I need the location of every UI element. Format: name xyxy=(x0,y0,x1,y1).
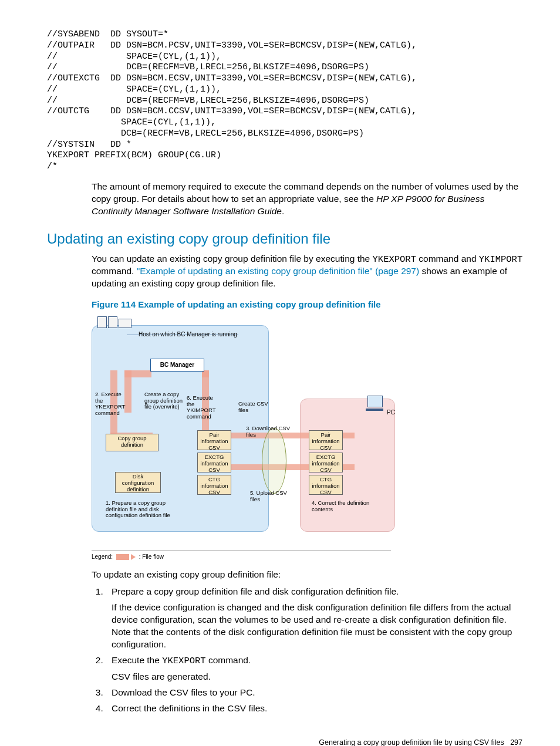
bc-manager-box: BC Manager xyxy=(150,359,204,372)
step-1: Prepare a copy group definition file and… xyxy=(106,586,525,651)
text: command. xyxy=(92,266,137,276)
text: command and xyxy=(416,254,479,264)
flow-arrow xyxy=(124,370,151,377)
step5-annotation: 5. Upload CSV files xyxy=(250,490,292,502)
figure-114: Host on which BC Manager is running BC M… xyxy=(92,316,525,560)
create-csv-annotation: Create CSV files xyxy=(238,401,271,413)
cmd-ykexport: YKEXPORT xyxy=(162,656,205,666)
step-detail: CSV files are generated. xyxy=(112,671,525,683)
pair-csv-pc-box: Pair information CSV xyxy=(309,430,343,450)
step-text: Download the CSV files to your PC. xyxy=(112,687,255,697)
step-3: Download the CSV files to your PC. xyxy=(106,687,525,699)
steps-list: Prepare a copy group definition file and… xyxy=(92,586,525,714)
step6-annotation: 6. Execute the YKIMPORT command xyxy=(187,395,222,420)
monitor-icon xyxy=(119,319,131,328)
intro-paragraph: You can update an existing copy group de… xyxy=(92,253,525,291)
create-def-annotation: Create a copy group definition file (ove… xyxy=(144,391,183,410)
page-footer: Generating a copy group definition file … xyxy=(47,738,525,746)
legend-swatch xyxy=(116,554,129,560)
cmd-ykimport: YKIMPORT xyxy=(479,254,522,265)
step-text: command. xyxy=(206,655,251,665)
cmd-ykexport: YKEXPORT xyxy=(373,254,416,265)
page-number: 297 xyxy=(510,738,522,746)
arrow-icon xyxy=(131,554,136,560)
legend: Legend: : File flow xyxy=(92,551,391,560)
diagram: Host on which BC Manager is running BC M… xyxy=(92,316,397,560)
pair-csv-host-box: Pair information CSV xyxy=(197,430,231,450)
step-2: Execute the YKEXPORT command. CSV files … xyxy=(106,654,525,683)
step-text: Correct the definitions in the CSV files… xyxy=(112,703,267,713)
pc-icon xyxy=(367,396,384,412)
exctg-csv-host-box: EXCTG information CSV xyxy=(197,453,231,472)
server-icon xyxy=(108,316,117,328)
step4-annotation: 4. Correct the definition contents xyxy=(312,500,376,512)
legend-text: : File flow xyxy=(139,553,164,560)
step-detail: If the device configuration is changed a… xyxy=(112,602,525,651)
footer-text: Generating a copy group definition file … xyxy=(319,738,504,746)
copy-group-def-box: Copy group definition xyxy=(106,434,158,451)
step-text: Prepare a copy group definition file and… xyxy=(112,586,399,596)
ctg-csv-pc-box: CTG information CSV xyxy=(309,475,343,495)
server-icon xyxy=(97,316,107,328)
text: . xyxy=(282,206,284,216)
legend-label: Legend: xyxy=(92,553,113,560)
disk-config-box: Disk configuration definition xyxy=(115,472,161,493)
host-label: Host on which BC Manager is running xyxy=(139,331,237,337)
text: You can update an existing copy group de… xyxy=(92,254,373,264)
figure-crossref-link[interactable]: "Example of updating an existing copy gr… xyxy=(137,266,419,276)
step-text: Execute the xyxy=(112,655,162,665)
section-heading: Updating an existing copy group definiti… xyxy=(47,231,525,247)
host-icons xyxy=(97,316,131,328)
steps-intro: To update an existing copy group definit… xyxy=(92,569,525,580)
step1-annotation: 1. Prepare a copy group definition file … xyxy=(106,500,182,518)
exctg-csv-pc-box: EXCTG information CSV xyxy=(309,453,343,472)
step2-annotation: 2. Execute the YKEXPORT command xyxy=(95,391,127,416)
step-4: Correct the definitions in the CSV files… xyxy=(106,703,525,715)
step3-annotation: 3. Download CSV files xyxy=(246,426,296,438)
memory-paragraph: The amount of memory required to execute… xyxy=(92,181,525,218)
ctg-csv-host-box: CTG information CSV xyxy=(197,475,231,495)
figure-caption: Figure 114 Example of updating an existi… xyxy=(92,299,525,309)
jcl-code-block: //SYSABEND DD SYSOUT=* //OUTPAIR DD DSN=… xyxy=(47,29,525,173)
